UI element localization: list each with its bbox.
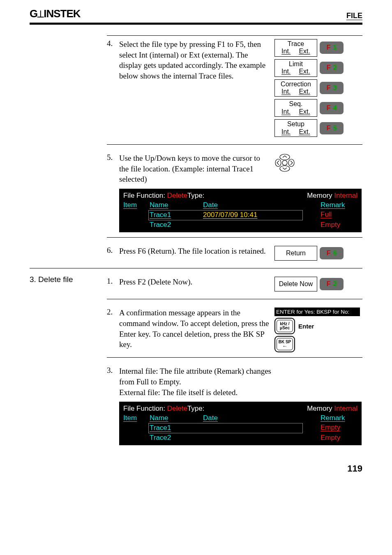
lcd-mem-value: Internal — [334, 405, 357, 412]
softkey-ext: Ext. — [299, 48, 310, 55]
lcd-trace1-name: Trace1 — [150, 423, 203, 433]
rule — [30, 268, 362, 268]
section-heading: 3. Delete file — [30, 273, 107, 284]
f4-button[interactable]: F4 — [320, 102, 344, 114]
step-number: 3. — [107, 366, 119, 398]
enter-key[interactable]: kHz /μSec — [274, 318, 295, 334]
softkey-ext: Ext. — [299, 68, 310, 75]
confirm-bar: ENTER for Yes: BKSP for No: — [274, 308, 360, 316]
rule — [107, 299, 362, 299]
step-number: 1. — [107, 277, 119, 294]
softkey-correction[interactable]: Correction Int.Ext. — [274, 79, 317, 97]
lcd-trace1-name: Trace1 — [150, 210, 203, 220]
lcd-trace2-remark: Empty — [321, 433, 357, 443]
step-text: Use the Up/Down keys to move the cursor … — [119, 153, 271, 185]
step-number: 6. — [107, 246, 119, 263]
page-number: 119 — [0, 447, 392, 474]
lcd-trace1-remark: Full — [321, 210, 357, 220]
step-number: 2. — [107, 308, 119, 352]
softkey-column: Trace Int.Ext. F1 Limit Int.Ext. F2 Corr… — [271, 39, 362, 139]
lcd-func-value: Delete — [167, 405, 187, 412]
lcd-mem-label: Memory — [307, 405, 332, 412]
lcd-type-label: Type: — [187, 405, 205, 412]
lcd-hdr-item: Item — [123, 414, 150, 423]
softkey-label: Correction — [275, 81, 317, 88]
lcd-hdr-date: Date — [203, 414, 302, 423]
step-text: Internal file: The file attribute (Remar… — [119, 366, 271, 398]
softkey-delete-now[interactable]: Delete Now — [274, 277, 317, 291]
lcd-hdr-date: Date — [203, 201, 302, 210]
svg-point-2 — [275, 159, 281, 166]
f3-button[interactable]: F3 — [320, 82, 344, 94]
softkey-ext: Ext. — [299, 108, 310, 116]
softkey-ext: Ext. — [299, 128, 310, 136]
step-text: Press F6 (Return). The file location is … — [119, 246, 271, 263]
lcd-func-label: File Function — [123, 405, 163, 412]
svg-point-0 — [280, 154, 290, 160]
lcd-trace1-date: 2007/07/09 10:41 — [203, 210, 302, 220]
softkey-setup[interactable]: Setup Int.Ext. — [274, 119, 317, 137]
rule — [107, 144, 362, 145]
f6-button[interactable]: F6 — [320, 247, 344, 259]
lcd-hdr-remark: Remark — [321, 201, 357, 210]
lcd-display: File Function: DeleteType: Memory Intern… — [119, 402, 362, 445]
step-text: Select the file type by pressing F1 to F… — [119, 39, 271, 139]
lcd-trace2-name: Trace2 — [150, 433, 203, 443]
softkey-limit[interactable]: Limit Int.Ext. — [274, 59, 317, 77]
softkey-seq[interactable]: Seq. Int.Ext. — [274, 99, 317, 117]
softkey-int: Int. — [281, 68, 291, 75]
step-text: A confirmation message appears in the co… — [119, 308, 271, 352]
lcd-mem-label: Memory — [307, 192, 332, 199]
softkey-label: Setup — [275, 120, 317, 128]
softkey-int: Int. — [281, 128, 291, 136]
softkey-label: Limit — [275, 60, 317, 68]
lcd-hdr-item: Item — [123, 201, 150, 210]
softkey-label: Trace — [275, 40, 317, 48]
header-rule — [30, 23, 362, 25]
nav-pad-icon — [274, 154, 295, 172]
f5-button[interactable]: F5 — [320, 122, 344, 134]
enter-label: Enter — [298, 323, 314, 330]
lcd-hdr-name: Name — [150, 201, 203, 210]
section-title: FILE — [346, 12, 362, 20]
softkey-label: Seq. — [275, 100, 317, 108]
step-number: 4. — [107, 39, 119, 139]
lcd-func-label: File Function — [123, 192, 163, 199]
softkey-trace[interactable]: Trace Int.Ext. — [274, 39, 317, 57]
svg-point-3 — [288, 159, 294, 166]
lcd-hdr-remark: Remark — [321, 414, 357, 423]
softkey-return[interactable]: Return — [274, 246, 317, 261]
step-number: 5. — [107, 153, 119, 185]
svg-point-4 — [282, 160, 287, 165]
lcd-hdr-name: Name — [150, 414, 203, 423]
lcd-trace2-remark: Empty — [321, 220, 357, 230]
brand-logo: G⟂INSTEK — [30, 7, 81, 20]
softkey-ext: Ext. — [299, 88, 310, 95]
softkey-int: Int. — [281, 108, 291, 116]
lcd-trace2-name: Trace2 — [150, 220, 203, 230]
lcd-func-value: Delete — [167, 192, 187, 199]
step-text: Press F2 (Delete Now). — [119, 277, 271, 294]
bksp-key[interactable]: BK SP← — [274, 336, 295, 352]
svg-point-1 — [280, 166, 290, 171]
f1-button[interactable]: F1 — [320, 42, 344, 54]
rule — [107, 357, 362, 358]
lcd-display: File Function: DeleteType: Memory Intern… — [119, 189, 362, 232]
softkey-int: Int. — [281, 88, 291, 95]
rule — [107, 237, 362, 238]
lcd-mem-value: Internal — [334, 192, 357, 199]
lcd-type-label: Type: — [187, 192, 205, 199]
f2-button[interactable]: F2 — [320, 278, 344, 290]
softkey-int: Int. — [281, 48, 291, 55]
f2-button[interactable]: F2 — [320, 62, 344, 74]
lcd-trace1-remark: Empty — [321, 423, 357, 433]
